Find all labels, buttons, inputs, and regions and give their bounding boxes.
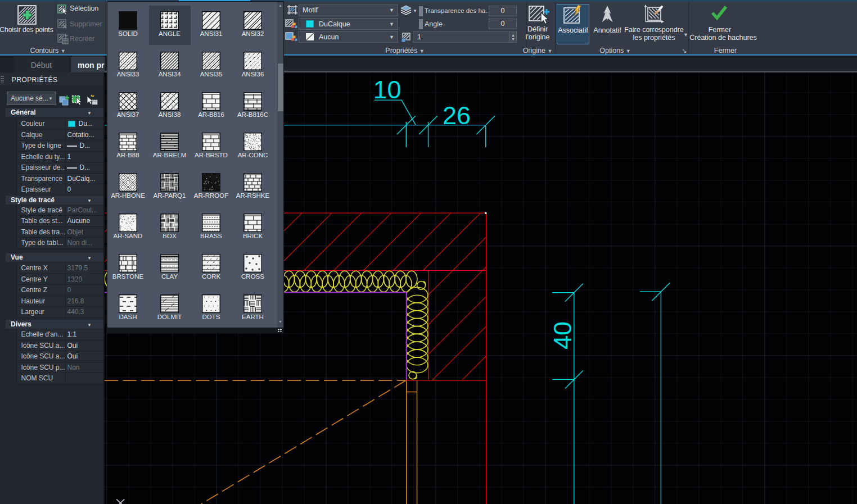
svg-text:40: 40 — [549, 321, 578, 349]
svg-text:26: 26 — [443, 101, 471, 130]
svg-text:10: 10 — [373, 75, 401, 104]
